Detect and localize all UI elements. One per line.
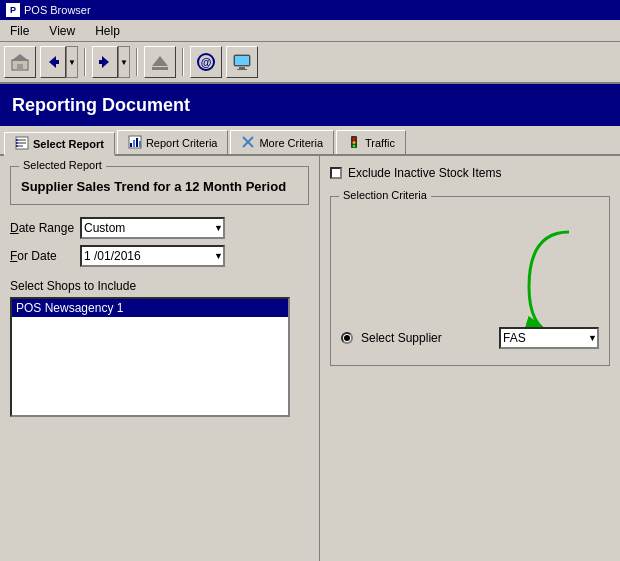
menu-file[interactable]: File xyxy=(4,22,35,40)
date-range-row: Date Range Custom This Month Last Month … xyxy=(10,217,309,239)
page-header: Reporting Document xyxy=(0,84,620,126)
selected-report-legend: Selected Report xyxy=(19,159,106,171)
svg-rect-4 xyxy=(54,60,59,64)
tab-traffic-icon xyxy=(347,135,361,151)
date-range-label: Date Range xyxy=(10,221,80,235)
tab-more-criteria-label: More Criteria xyxy=(259,137,323,149)
shops-label: Select Shops to Include xyxy=(10,279,309,293)
toolbar-home-button[interactable] xyxy=(4,46,36,78)
svg-rect-8 xyxy=(152,67,168,70)
left-panel: Selected Report Supplier Sales Trend for… xyxy=(0,156,320,561)
svg-point-32 xyxy=(353,144,356,147)
tab-traffic-label: Traffic xyxy=(365,137,395,149)
tab-traffic[interactable]: Traffic xyxy=(336,130,406,154)
tabs-bar: Select Report Report Criteria More Crite… xyxy=(0,126,620,156)
svg-rect-6 xyxy=(99,60,104,64)
menu-view[interactable]: View xyxy=(43,22,81,40)
selection-criteria-group: Selection Criteria Select Supplier xyxy=(330,196,610,366)
selection-criteria-legend: Selection Criteria xyxy=(339,189,431,201)
toolbar-back-dropdown[interactable]: ▼ xyxy=(66,46,78,78)
title-bar-text: POS Browser xyxy=(24,4,91,16)
select-supplier-radio[interactable] xyxy=(341,332,353,344)
svg-point-31 xyxy=(353,141,356,144)
report-title: Supplier Sales Trend for a 12 Month Peri… xyxy=(21,179,298,194)
supplier-select-wrapper: FAS All xyxy=(499,327,599,349)
shop-item-pos1[interactable]: POS Newsagency 1 xyxy=(12,299,288,317)
toolbar-email-button[interactable]: @ xyxy=(190,46,222,78)
for-date-select-wrapper: 1 /01/2016 xyxy=(80,245,225,267)
svg-point-21 xyxy=(16,145,18,147)
date-range-select-wrapper: Custom This Month Last Month This Year L… xyxy=(80,217,225,239)
supplier-row: Select Supplier FAS All xyxy=(341,327,599,349)
svg-rect-2 xyxy=(17,64,23,70)
right-panel: Exclude Inactive Stock Items Selection C… xyxy=(320,156,620,561)
svg-text:@: @ xyxy=(201,56,212,68)
svg-point-20 xyxy=(16,142,18,144)
exclude-inactive-checkbox[interactable] xyxy=(330,167,342,179)
toolbar-forward-dropdown[interactable]: ▼ xyxy=(118,46,130,78)
toolbar-back-button[interactable] xyxy=(40,46,66,78)
for-date-row: For Date 1 /01/2016 xyxy=(10,245,309,267)
tab-more-criteria-icon xyxy=(241,135,255,151)
date-range-select[interactable]: Custom This Month Last Month This Year L… xyxy=(80,217,225,239)
tab-select-report-label: Select Report xyxy=(33,138,104,150)
title-bar: P POS Browser xyxy=(0,0,620,20)
tab-select-report[interactable]: Select Report xyxy=(4,132,115,156)
svg-rect-12 xyxy=(235,56,249,65)
main-content: Selected Report Supplier Sales Trend for… xyxy=(0,156,620,561)
toolbar-monitor-button[interactable] xyxy=(226,46,258,78)
svg-rect-13 xyxy=(239,67,245,69)
title-bar-icon: P xyxy=(6,3,20,17)
tab-report-criteria[interactable]: Report Criteria xyxy=(117,130,229,154)
toolbar-separator-2 xyxy=(136,48,138,76)
exclude-inactive-label: Exclude Inactive Stock Items xyxy=(348,166,501,180)
svg-point-30 xyxy=(353,137,356,140)
toolbar-separator-3 xyxy=(182,48,184,76)
svg-rect-26 xyxy=(139,141,141,147)
svg-marker-7 xyxy=(152,56,168,66)
shops-section: Select Shops to Include POS Newsagency 1 xyxy=(10,279,309,417)
svg-rect-14 xyxy=(237,69,247,70)
select-supplier-label: Select Supplier xyxy=(361,331,442,345)
svg-rect-24 xyxy=(133,140,135,147)
supplier-select[interactable]: FAS All xyxy=(499,327,599,349)
for-date-select[interactable]: 1 /01/2016 xyxy=(80,245,225,267)
svg-marker-1 xyxy=(11,54,29,61)
menu-bar: File View Help xyxy=(0,20,620,42)
exclude-inactive-row: Exclude Inactive Stock Items xyxy=(330,166,610,180)
svg-rect-25 xyxy=(136,138,138,147)
page-title: Reporting Document xyxy=(12,95,190,116)
tab-report-criteria-icon xyxy=(128,135,142,151)
tab-report-criteria-label: Report Criteria xyxy=(146,137,218,149)
shops-list[interactable]: POS Newsagency 1 xyxy=(10,297,290,417)
toolbar: ▼ ▼ @ xyxy=(0,42,620,84)
toolbar-eject-button[interactable] xyxy=(144,46,176,78)
selected-report-group: Selected Report Supplier Sales Trend for… xyxy=(10,166,309,205)
tab-more-criteria[interactable]: More Criteria xyxy=(230,130,334,154)
toolbar-forward-button[interactable] xyxy=(92,46,118,78)
svg-point-19 xyxy=(16,139,18,141)
svg-rect-23 xyxy=(130,143,132,147)
tab-select-report-icon xyxy=(15,136,29,152)
toolbar-separator-1 xyxy=(84,48,86,76)
menu-help[interactable]: Help xyxy=(89,22,126,40)
for-date-label: For Date xyxy=(10,249,80,263)
